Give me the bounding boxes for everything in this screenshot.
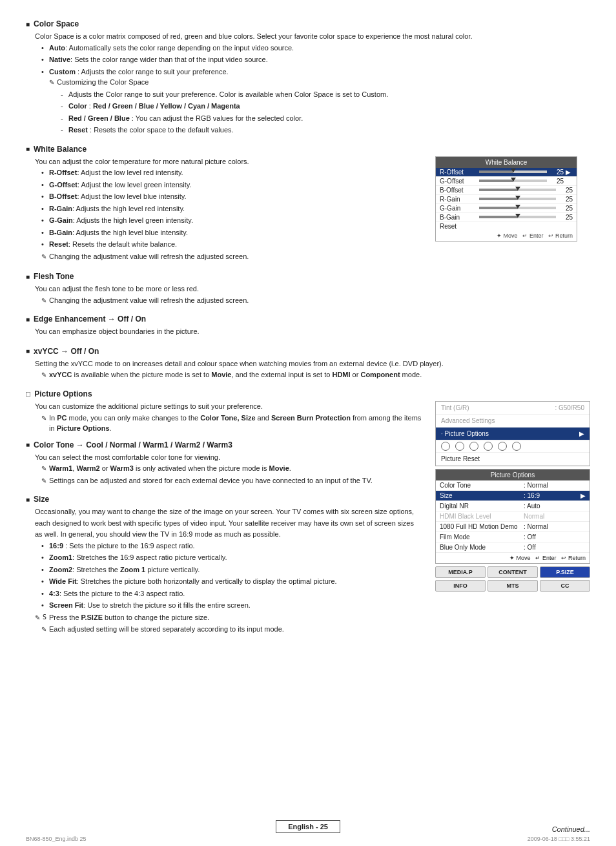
picture-panel-top: Tint (G/R) : G50/R50 Advanced Settings ·… (435, 401, 590, 466)
edge-enhancement-body: You can emphasize object boundaries in t… (35, 326, 590, 338)
wb-row-ggain: G-Gain 25 (436, 204, 577, 213)
size-title: Size (26, 495, 422, 504)
size-note-n: Each adjusted setting will be stored sep… (41, 624, 422, 635)
white-balance-list: R-Offset: Adjust the low level red inten… (35, 167, 422, 250)
pic-opt-digital-nr: Digital NR : Auto (436, 501, 590, 511)
wb-row-rgain: R-Gain 25 (436, 195, 577, 204)
color-space-section: Color Space Color Space is a color matri… (26, 19, 590, 136)
flesh-tone-title: Flesh Tone (26, 272, 590, 281)
edge-enhancement-section: Edge Enhancement → Off / On You can emph… (26, 315, 590, 338)
remote-btn-cc[interactable]: CC (540, 580, 590, 592)
remote-btn-mts[interactable]: MTS (488, 580, 538, 592)
panel-row-picture-options: · Picture Options ▶ (436, 428, 590, 440)
pic-opt-1080: 1080 Full HD Motion Demo : Normal (436, 522, 590, 532)
pic-options-header: Picture Options (436, 469, 590, 480)
page-number: English - 25 (276, 820, 340, 833)
list-item: G-Offset: Adjust the low level green int… (41, 180, 422, 191)
white-balance-right: White Balance R-Offset 25 ▶ G-Offset 25 (435, 156, 590, 263)
white-balance-intro: You can adjust the color temperature for… (35, 156, 422, 168)
wb-row-boffset: B-Offset 25 (436, 186, 577, 195)
color-tone-section: Color Tone → Cool / Normal / Warm1 / War… (26, 440, 422, 486)
remote-btn-info[interactable]: INFO (435, 580, 486, 592)
list-item: Color : Red / Green / Blue / Yellow / Cy… (61, 101, 590, 112)
wb-box-header: White Balance (436, 157, 577, 168)
remote-btn-psize[interactable]: P.SIZE (540, 566, 590, 578)
panel-row-advanced: Advanced Settings (436, 415, 590, 428)
panel-icon-1 (441, 442, 450, 451)
flesh-tone-section: Flesh Tone You can adjust the flesh tone… (26, 272, 590, 305)
list-item: Zoom1: Stretches the 16:9 aspect ratio p… (41, 552, 422, 563)
panel-icon-3 (469, 442, 478, 451)
white-balance-body: You can adjust the color temperature for… (35, 156, 422, 262)
page: Color Space Color Space is a color matri… (0, 0, 616, 846)
sub-list: Adjusts the Color range to suit your pre… (49, 89, 590, 136)
white-balance-title: White Balance (26, 145, 590, 154)
list-item: Screen Fit: Use to stretch the picture s… (41, 600, 422, 611)
xvycc-section: xvYCC → Off / On Setting the xvYCC mode … (26, 347, 590, 380)
panel-icon-5 (498, 442, 507, 451)
list-item: Reset : Resets the color space to the de… (61, 125, 590, 136)
picture-options-body: You can customize the additional picture… (35, 401, 422, 434)
list-item: Custom : Adjusts the color range to suit… (41, 67, 590, 136)
list-item: R-Gain: Adjusts the high level red inten… (41, 203, 422, 214)
panel-icon-6 (512, 442, 521, 451)
color-space-intro: Color Space is a color matrix composed o… (35, 31, 590, 43)
picture-options-title: Picture Options (26, 389, 590, 398)
pic-opt-film: Film Mode : Off (436, 532, 590, 542)
panel-icon-2 (455, 442, 464, 451)
list-item: Zoom2: Stretches the Zoom 1 picture vert… (41, 564, 422, 575)
white-balance-left: You can adjust the color temperature for… (26, 156, 422, 263)
list-item: B-Offset: Adjust the low level blue inte… (41, 191, 422, 202)
picture-options-left: You can customize the additional picture… (26, 401, 422, 644)
footer-left: BN68-850_Eng.indb 25 (26, 836, 87, 842)
list-item: 4:3: Sets the picture to the 4:3 aspect … (41, 588, 422, 599)
flesh-tone-intro: You can adjust the flesh tone to be more… (35, 284, 590, 295)
panel-row-tint: Tint (G/R) : G50/R50 (436, 402, 590, 415)
size-note-s: S Press the P.SIZE button to change the … (35, 612, 422, 623)
color-space-body: Color Space is a color matrix composed o… (35, 31, 590, 136)
list-item: 16:9 : Sets the picture to the 16:9 aspe… (41, 541, 422, 552)
picture-options-note: In PC mode, you can only make changes to… (41, 413, 422, 434)
continued-text: Continued... (552, 825, 590, 833)
color-tone-note2: Settings can be adjusted and stored for … (41, 475, 422, 486)
white-balance-box: White Balance R-Offset 25 ▶ G-Offset 25 (435, 156, 577, 242)
picture-options-box: Picture Options Color Tone : Normal Size… (435, 469, 590, 564)
color-tone-intro: You can select the most comfortable colo… (35, 452, 422, 464)
wb-row-roffset: R-Offset 25 ▶ (436, 168, 577, 177)
page-bottom: English - 25 (0, 820, 616, 833)
pic-opt-hdmi: HDMI Black Level Normal (436, 511, 590, 522)
color-tone-title: Color Tone → Cool / Normal / Warm1 / War… (26, 440, 422, 449)
color-space-list: Auto: Automatically sets the color range… (35, 43, 590, 136)
list-item: R-Offset: Adjust the low level red inten… (41, 167, 422, 178)
picture-options-intro: You can customize the additional picture… (35, 401, 422, 413)
list-item: B-Gain: Adjusts the high level blue inte… (41, 227, 422, 238)
panel-icon-4 (484, 442, 493, 451)
wb-footer: ✦ Move ↵ Enter ↩ Return (436, 231, 577, 241)
panel-row-reset: Picture Reset (436, 453, 590, 466)
pic-opt-size: Size : 16:9 ▶ (436, 491, 590, 501)
flesh-tone-body: You can adjust the flesh tone to be more… (35, 284, 590, 305)
edge-enhancement-title: Edge Enhancement → Off / On (26, 315, 590, 324)
picture-options-right: Tint (G/R) : G50/R50 Advanced Settings ·… (435, 401, 590, 644)
xvycc-title: xvYCC → Off / On (26, 347, 590, 356)
xvycc-body: Setting the xvYCC mode to on increases d… (35, 358, 590, 380)
remote-btn-mediap[interactable]: MEDIA.P (435, 566, 486, 578)
size-list: 16:9 : Sets the picture to the 16:9 aspe… (35, 541, 422, 611)
picture-options-section: Picture Options You can customize the ad… (26, 389, 590, 644)
note: Customizing the Color Space (49, 77, 590, 88)
wb-row-goffset: G-Offset 25 (436, 177, 577, 186)
footer-right: 2009-06-18 □□□ 3:55:21 (528, 836, 590, 842)
panel-row-icons (436, 440, 590, 453)
pic-opt-blue: Blue Only Mode : Off (436, 542, 590, 553)
pic-options-footer: ✦ Move ↵ Enter ↩ Return (436, 553, 590, 563)
wb-row-reset: Reset (436, 222, 577, 231)
color-tone-note1: Warm1, Warm2 or Warm3 is only activated … (41, 463, 422, 474)
remote-btn-content[interactable]: CONTENT (488, 566, 538, 578)
picture-options-content: You can customize the additional picture… (26, 401, 590, 644)
list-item: Reset: Resets the default white balance. (41, 239, 422, 250)
list-item: Adjusts the Color range to suit your pre… (61, 89, 590, 100)
xvycc-intro: Setting the xvYCC mode to on increases d… (35, 358, 590, 370)
remote-row-2: INFO MTS CC (435, 580, 590, 592)
pic-opt-color-tone: Color Tone : Normal (436, 480, 590, 491)
size-intro: Occasionally, you may want to change the… (35, 506, 422, 541)
